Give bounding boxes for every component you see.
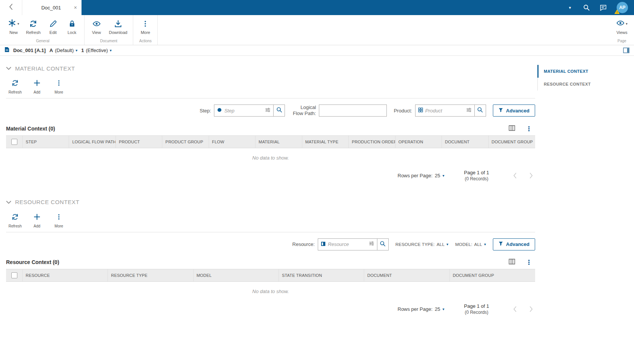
chevron-down-icon: ▾ (484, 242, 486, 246)
column-header[interactable]: DOCUMENT (442, 136, 488, 148)
step-entity-icon (217, 107, 222, 114)
model-dropdown[interactable]: MODEL: ALL ▾ (455, 242, 486, 247)
resource-search-input[interactable] (328, 241, 366, 247)
avatar[interactable]: AP ! (617, 2, 628, 13)
ribbon-group-actions: More Actions (133, 15, 158, 45)
download-button[interactable]: Download (107, 17, 129, 35)
view-button[interactable]: View (88, 17, 105, 35)
column-chooser-icon[interactable] (509, 125, 515, 132)
page-section-nav: MATERIAL CONTEXT RESOURCE CONTEXT (535, 56, 634, 364)
sidebar-item-resource-context[interactable]: RESOURCE CONTEXT (538, 78, 634, 91)
search-icon[interactable] (583, 4, 590, 11)
topbar: Doc_001 × ▾ AP ! (0, 0, 634, 15)
column-header[interactable]: MATERIAL TYPE (302, 136, 349, 148)
panel-toggle-icon[interactable] (623, 48, 629, 53)
search-icon (477, 107, 483, 114)
resource-search-button[interactable] (377, 239, 388, 250)
tab-doc[interactable]: Doc_001 × (22, 0, 82, 15)
material-more-button[interactable]: More (50, 77, 68, 95)
column-header[interactable]: RESOURCE (23, 269, 108, 281)
ribbon-group-general: ▾ New Refresh Edit Lock (2, 15, 85, 45)
column-header[interactable]: PRODUCT (116, 136, 162, 148)
next-page-icon[interactable] (529, 173, 533, 178)
resource-more-button[interactable]: More (50, 211, 68, 229)
select-all-checkbox[interactable] (11, 139, 17, 145)
table-more-icon[interactable]: ⋮ (526, 126, 532, 132)
rows-per-page-dropdown[interactable]: Rows per Page:25 ▾ (398, 306, 445, 312)
prev-page-icon[interactable] (513, 173, 517, 178)
new-button[interactable]: ▾ New (5, 17, 22, 35)
ribbon-group-page: ▾ Views Page (610, 15, 634, 45)
logical-flow-path-input[interactable] (319, 104, 387, 117)
step-filter-label: Step: (200, 108, 211, 114)
product-lookup (415, 104, 486, 117)
resource-type-dropdown[interactable]: RESOURCE TYPE: ALL ▾ (395, 242, 449, 247)
resource-add-button[interactable]: Add (28, 211, 46, 229)
collapse-chevron-icon (6, 65, 11, 72)
revision-selector[interactable]: A (Default) ▾ (49, 48, 77, 53)
column-header[interactable]: PRODUCTION ORDER (349, 136, 395, 148)
column-header[interactable]: DOCUMENT GROUP (450, 269, 535, 281)
resource-refresh-button[interactable]: Refresh (6, 211, 24, 229)
material-add-button[interactable]: Add (28, 77, 46, 95)
column-header[interactable]: LOGICAL FLOW PATH (69, 136, 115, 148)
prev-page-icon[interactable] (513, 306, 517, 312)
tune-filter-icon[interactable] (369, 241, 374, 248)
material-table-title-row: Material Context (0) ⋮ (6, 125, 535, 132)
sidebar-item-material-context[interactable]: MATERIAL CONTEXT (538, 65, 634, 78)
next-page-icon[interactable] (529, 306, 533, 312)
lock-button[interactable]: Lock (64, 17, 80, 35)
logical-flow-path-label: Logical Flow Path: (292, 104, 316, 117)
feedback-chat-icon[interactable] (600, 4, 607, 11)
plus-icon (33, 79, 41, 88)
resource-table-title: Resource Context (0) (6, 259, 59, 265)
column-header[interactable]: OPERATION (395, 136, 442, 148)
tune-filter-icon[interactable] (466, 107, 472, 114)
more-button[interactable]: More (137, 17, 154, 35)
views-button[interactable]: ▾ Views (614, 17, 630, 35)
product-search-button[interactable] (474, 105, 486, 116)
product-search-input[interactable] (425, 108, 464, 114)
resource-filter-label: Resource: (292, 241, 315, 247)
ellipsis-icon (141, 19, 149, 28)
table-more-icon[interactable]: ⋮ (526, 259, 532, 266)
close-icon[interactable]: × (73, 5, 78, 11)
column-header[interactable]: STEP (23, 136, 69, 148)
column-chooser-icon[interactable] (509, 259, 515, 266)
refresh-button[interactable]: Refresh (24, 17, 43, 35)
select-all-checkbox[interactable] (11, 272, 17, 278)
step-search-input[interactable] (224, 108, 263, 114)
column-header[interactable]: MODEL (194, 269, 279, 281)
back-button[interactable] (0, 0, 22, 15)
material-advanced-button[interactable]: Advanced (493, 104, 535, 117)
column-header[interactable]: FLOW (209, 136, 255, 148)
tab-title: Doc_001 (29, 5, 73, 11)
chevron-down-icon: ▾ (17, 22, 19, 26)
edit-button[interactable]: Edit (45, 17, 62, 35)
version-selector[interactable]: 1 (Effective) ▾ (81, 48, 112, 53)
tabs-dropdown-caret-icon[interactable]: ▾ (569, 5, 571, 10)
step-search-button[interactable] (273, 105, 285, 116)
back-chevron-icon (9, 4, 13, 11)
column-header[interactable]: STATE TRANSITION (279, 269, 364, 281)
rows-per-page-dropdown[interactable]: Rows per Page:25 ▾ (398, 173, 445, 178)
ribbon-group-label-page: Page (614, 38, 630, 45)
refresh-icon (29, 19, 37, 28)
column-header[interactable]: RESOURCE TYPE (108, 269, 193, 281)
material-refresh-button[interactable]: Refresh (6, 77, 24, 95)
material-context-section-header[interactable]: MATERIAL CONTEXT (6, 56, 535, 72)
collapse-chevron-icon (6, 199, 11, 206)
tune-filter-icon[interactable] (265, 107, 271, 114)
plus-icon (33, 213, 41, 222)
ellipsis-icon (55, 79, 63, 88)
header-checkbox-cell (6, 136, 23, 148)
column-header[interactable]: DOCUMENT GROUP (489, 136, 535, 148)
column-header[interactable]: PRODUCT GROUP (162, 136, 209, 148)
eye-icon (92, 19, 101, 28)
column-header[interactable]: DOCUMENT (364, 269, 449, 281)
resource-advanced-button[interactable]: Advanced (493, 238, 535, 250)
resource-context-section-header[interactable]: RESOURCE CONTEXT (6, 181, 535, 206)
column-header[interactable]: MATERIAL (255, 136, 302, 148)
page-info: Page 1 of 1 (0 Records) (464, 303, 489, 315)
resource-table-title-row: Resource Context (0) ⋮ (6, 259, 535, 266)
